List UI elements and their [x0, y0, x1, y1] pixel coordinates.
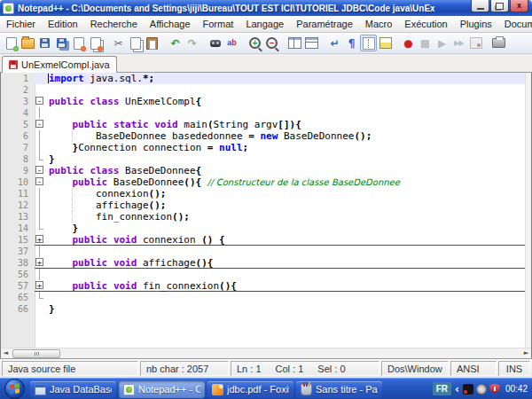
vertical-scrollbar[interactable] — [525, 73, 531, 348]
menu-item-paramtrage[interactable]: Paramétrage — [290, 16, 359, 32]
fold-expand-icon[interactable]: + — [35, 281, 43, 289]
paste-icon[interactable] — [144, 35, 160, 51]
code-line[interactable]: 3-public class UnExmelCompl{ — [1, 96, 531, 107]
menu-item-document[interactable]: Document — [498, 16, 532, 32]
fold-margin[interactable]: + — [35, 234, 46, 245]
tray-clock-icon[interactable] — [476, 384, 487, 395]
code-line[interactable]: 10- public BaseDeDonnee(){ // Constructe… — [1, 176, 531, 188]
hscroll-thumb[interactable] — [12, 349, 60, 358]
code-line[interactable]: 56 — [1, 269, 531, 280]
fold-margin[interactable]: + — [35, 257, 46, 268]
code-line[interactable]: 9-public class BaseDeDonnee{ — [1, 165, 531, 176]
horizontal-scrollbar[interactable]: ◄ ► — [1, 348, 531, 358]
sync-vertical-scroll-icon[interactable] — [286, 35, 303, 51]
indent-guide-icon[interactable] — [360, 35, 377, 51]
code-viewport[interactable]: 1import java.sql.*;23-public class UnExm… — [1, 73, 531, 348]
fold-collapse-icon[interactable]: - — [35, 177, 43, 185]
sync-horizontal-scroll-icon[interactable] — [303, 35, 320, 51]
taskbar-button-sans-titre-paint[interactable]: Sans titre - Paint — [296, 381, 382, 398]
save-all-icon[interactable] — [53, 35, 70, 51]
fold-margin[interactable]: - — [35, 96, 46, 107]
code-line[interactable]: 15+ public void connexion () { — [1, 234, 531, 246]
tray-app-icon[interactable] — [463, 384, 473, 395]
fold-margin — [35, 130, 46, 142]
copy-icon[interactable] — [127, 35, 144, 51]
tray-chevron-icon[interactable]: ‹ — [455, 384, 459, 395]
code-line[interactable]: 5- public static void main(String argv[]… — [1, 119, 531, 130]
security-shield-icon[interactable] — [489, 384, 500, 395]
code-line[interactable]: 57+ public void fin_connexion(){ — [1, 280, 531, 292]
code-line[interactable]: 38+ public void affichage(){ — [1, 257, 531, 269]
scroll-left-icon[interactable]: ◄ — [1, 348, 11, 357]
code-line[interactable]: 1import java.sql.*; — [1, 73, 531, 84]
menu-item-fichier[interactable]: Fichier — [0, 16, 42, 32]
redo-icon[interactable]: ↷ — [184, 35, 200, 51]
code-line[interactable]: 37 — [1, 246, 531, 257]
fold-margin[interactable]: - — [35, 119, 46, 130]
open-file-icon[interactable] — [20, 35, 36, 51]
code-line[interactable]: 14 } — [1, 223, 531, 234]
taskbar-button-notepad-c[interactable]: Notepad++ - C:\... — [119, 381, 205, 398]
fold-expand-icon[interactable]: + — [35, 235, 43, 243]
close-button[interactable]: x — [510, 0, 528, 12]
editor[interactable]: 1import java.sql.*;23-public class UnExm… — [0, 73, 532, 358]
code-line[interactable]: 4 — [1, 107, 531, 119]
zoom-out-icon[interactable]: − — [263, 35, 280, 51]
fold-margin — [35, 142, 46, 153]
menu-item-recherche[interactable]: Recherche — [84, 16, 144, 32]
find-icon[interactable] — [207, 35, 223, 51]
fold-margin[interactable]: + — [35, 280, 46, 291]
menu-item-format[interactable]: Format — [197, 16, 240, 32]
menu-item-edition[interactable]: Edition — [42, 16, 84, 32]
save-icon[interactable] — [36, 35, 53, 51]
user-defined-dialog-icon[interactable] — [377, 35, 394, 51]
print-icon[interactable] — [490, 35, 507, 51]
title-bar[interactable]: Notepad++ - C:\Documents and Settings\ji… — [0, 0, 532, 16]
line-number: 15 — [1, 234, 35, 246]
cut-icon[interactable]: ✂ — [110, 35, 127, 51]
macro-run-multiple-icon[interactable]: ▶▶ — [450, 35, 467, 51]
code-line[interactable]: 8} — [1, 153, 531, 165]
code-line[interactable]: 65 — [1, 292, 531, 303]
start-button[interactable] — [4, 379, 25, 399]
code-line[interactable]: 12 affichage(); — [1, 200, 531, 211]
code-line[interactable]: 6 BaseDeDonnee basededonnee = new BaseDe… — [1, 130, 531, 142]
fold-collapse-icon[interactable]: - — [35, 120, 43, 128]
replace-icon[interactable]: ab — [223, 35, 240, 51]
show-all-characters-icon[interactable]: ¶ — [343, 35, 360, 51]
language-indicator[interactable]: FR — [433, 382, 451, 395]
word-wrap-icon[interactable]: ↵ — [326, 35, 343, 51]
windows-flag-icon — [10, 383, 20, 395]
fold-collapse-icon[interactable]: - — [35, 97, 43, 105]
macro-save-icon[interactable] — [467, 35, 484, 51]
taskbar-button-jdbc-pdf-foxit[interactable]: jdbc.pdf - Foxit ... — [207, 381, 293, 398]
code-line[interactable]: 11 connexion(); — [1, 188, 531, 200]
new-file-icon[interactable] — [3, 35, 20, 51]
code-line[interactable]: 66} — [1, 303, 531, 315]
taskbar-clock: 00:42 — [505, 384, 528, 394]
close-all-icon[interactable] — [87, 35, 104, 51]
close-file-icon[interactable] — [70, 35, 87, 51]
code-line[interactable]: 2 — [1, 84, 531, 96]
menu-item-affichage[interactable]: Affichage — [144, 16, 197, 32]
macro-play-icon[interactable]: ▶ — [434, 35, 450, 51]
zoom-in-icon[interactable]: + — [246, 35, 263, 51]
menu-item-plugins[interactable]: Plugins — [454, 16, 498, 32]
fold-collapse-icon[interactable]: - — [35, 166, 43, 174]
taskbar-button-java-database-c[interactable]: Java DataBase C... — [30, 381, 116, 398]
fold-margin[interactable]: - — [35, 176, 46, 188]
macro-record-icon[interactable]: ● — [400, 35, 417, 51]
undo-icon[interactable]: ↶ — [167, 35, 184, 51]
code-line[interactable]: 7 }Connection connection = null; — [1, 142, 531, 153]
tab-unexmelcompl-java[interactable]: UnExmelCompl.java — [2, 56, 117, 73]
macro-stop-icon[interactable]: ■ — [417, 35, 434, 51]
scroll-right-icon[interactable]: ► — [521, 348, 531, 357]
menu-item-langage[interactable]: Langage — [239, 16, 290, 32]
menu-item-excution[interactable]: Exécution — [398, 16, 453, 32]
restore-button[interactable] — [490, 0, 509, 12]
minimize-button[interactable] — [471, 0, 489, 12]
menu-item-macro[interactable]: Macro — [359, 16, 399, 32]
code-line[interactable]: 13 fin_connexion(); — [1, 211, 531, 223]
fold-expand-icon[interactable]: + — [35, 258, 43, 266]
fold-margin[interactable]: - — [35, 165, 46, 176]
